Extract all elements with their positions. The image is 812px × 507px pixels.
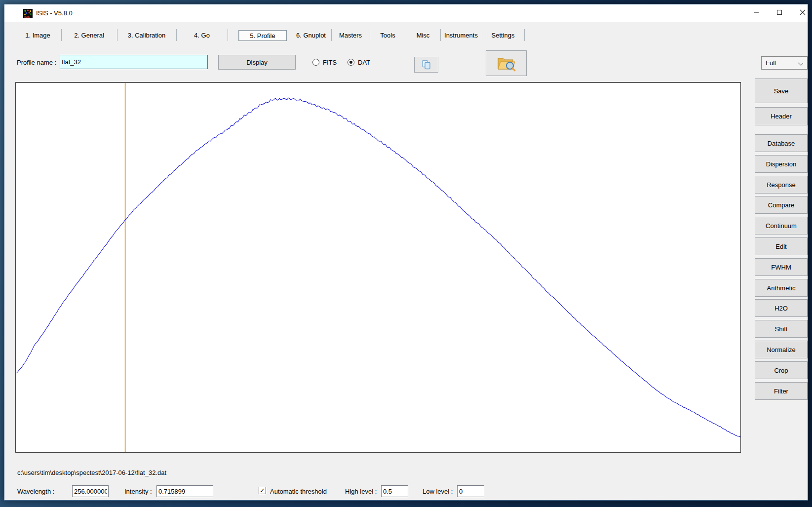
maximize-icon xyxy=(776,9,782,15)
tab-gnuplot[interactable]: 6. Gnuplot xyxy=(291,30,331,41)
dat-radio[interactable] xyxy=(348,59,354,66)
intensity-input[interactable] xyxy=(156,485,213,497)
minimize-button[interactable] xyxy=(744,4,768,20)
profile-plot[interactable] xyxy=(15,82,741,453)
tab-profile[interactable]: 5. Profile xyxy=(238,30,287,41)
compare-button[interactable]: Compare xyxy=(755,196,808,214)
fwhm-button[interactable]: FWHM xyxy=(755,258,808,276)
fits-radio[interactable] xyxy=(312,59,319,66)
display-button[interactable]: Display xyxy=(218,55,296,70)
tab-calibration[interactable]: 3. Calibration xyxy=(117,30,176,41)
folder-search-icon xyxy=(497,54,516,72)
file-path-text: c:\users\tim\desktop\spectest\2017-06-12… xyxy=(17,469,166,476)
tab-separator xyxy=(176,29,177,41)
h2o-button[interactable]: H2O xyxy=(755,299,808,317)
dat-radio-label: DAT xyxy=(358,59,370,66)
automatic-threshold-checkbox[interactable]: ✓ xyxy=(259,487,266,494)
automatic-threshold-label: Automatic threshold xyxy=(270,488,327,495)
tab-separator xyxy=(331,29,332,41)
tab-strip: 1. Image2. General3. Calibration4. Go5. … xyxy=(4,26,808,44)
high-level-input[interactable] xyxy=(381,485,408,497)
tab-separator xyxy=(406,29,406,41)
maximize-button[interactable] xyxy=(768,4,791,20)
tab-separator xyxy=(117,29,117,41)
edit-button[interactable]: Edit xyxy=(755,237,808,255)
svg-text:ISIS: ISIS xyxy=(24,15,30,18)
response-button[interactable]: Response xyxy=(755,176,808,194)
profile-name-input[interactable] xyxy=(60,55,208,69)
low-level-input[interactable] xyxy=(457,485,484,497)
high-level-label: High level : xyxy=(345,488,377,495)
database-button[interactable]: Database xyxy=(755,134,808,152)
view-range-combobox[interactable]: Full xyxy=(761,56,808,70)
save-button[interactable]: Save xyxy=(755,78,808,103)
low-level-label: Low level : xyxy=(423,488,453,495)
tab-separator xyxy=(440,29,441,41)
tab-settings[interactable]: Settings xyxy=(482,30,524,41)
normalize-button[interactable]: Normalize xyxy=(755,341,808,358)
tab-separator xyxy=(370,29,370,41)
tab-separator xyxy=(61,29,62,41)
profile-name-label: Profile name : xyxy=(17,59,56,66)
filter-button[interactable]: Filter xyxy=(755,382,808,400)
dispersion-button[interactable]: Dispersion xyxy=(755,155,808,173)
browse-profile-button[interactable] xyxy=(486,50,527,76)
arithmetic-button[interactable]: Arithmetic xyxy=(755,279,808,297)
copy-profile-button[interactable] xyxy=(414,57,438,73)
chevron-down-icon xyxy=(798,61,803,66)
copy-icon xyxy=(421,59,432,70)
tab-image[interactable]: 1. Image xyxy=(14,30,61,41)
view-range-value: Full xyxy=(766,59,776,67)
app-icon: ISIS xyxy=(23,9,33,18)
wavelength-label: Wavelength : xyxy=(17,488,54,495)
spectral-profile-curve xyxy=(16,98,740,437)
tab-go[interactable]: 4. Go xyxy=(176,30,228,41)
tab-tools[interactable]: Tools xyxy=(370,30,406,41)
wavelength-input[interactable] xyxy=(72,485,109,497)
tab-instruments[interactable]: Instruments xyxy=(440,30,482,41)
tab-general[interactable]: 2. General xyxy=(61,30,117,41)
header-button[interactable]: Header xyxy=(755,107,808,125)
shift-button[interactable]: Shift xyxy=(755,320,808,338)
tab-separator xyxy=(228,29,228,41)
desktop-background: ISIS ISIS - V5.8.0 1. Image2. General3. … xyxy=(0,0,812,507)
tab-separator xyxy=(482,29,482,41)
intensity-label: Intensity : xyxy=(124,488,152,495)
profile-curve-canvas xyxy=(16,83,740,452)
tab-misc[interactable]: Misc xyxy=(406,30,440,41)
minimize-icon xyxy=(753,9,759,15)
continuum-button[interactable]: Continuum xyxy=(755,217,808,234)
crop-button[interactable]: Crop xyxy=(755,361,808,379)
close-icon xyxy=(800,9,806,15)
tab-masters[interactable]: Masters xyxy=(331,30,370,41)
fits-radio-label: FITS xyxy=(323,59,337,66)
tab-separator xyxy=(524,29,525,41)
title-bar: ISIS ISIS - V5.8.0 xyxy=(4,4,808,22)
app-window: ISIS ISIS - V5.8.0 1. Image2. General3. … xyxy=(4,4,808,501)
window-title: ISIS - V5.8.0 xyxy=(36,9,73,17)
close-button[interactable] xyxy=(791,4,812,20)
